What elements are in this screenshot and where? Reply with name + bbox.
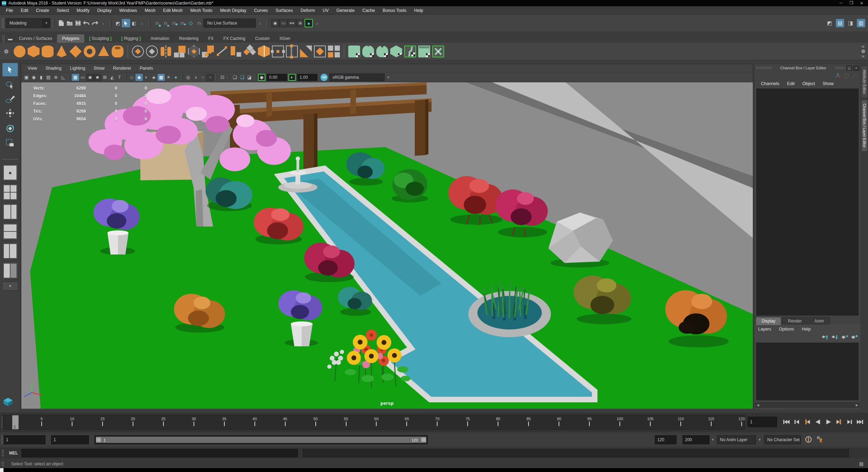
use-all-lights-icon[interactable]: ✳ [165,74,172,81]
shelf-tab[interactable]: Rendering [174,34,203,43]
bookmark-icon[interactable]: ▮ [37,74,45,81]
display-layers-toggle-icon[interactable]: ▥ [857,19,865,27]
current-time-marker[interactable]: 1 [12,415,19,429]
channel-box-menu-item[interactable]: Object [798,81,819,86]
sculpt-smooth-icon[interactable] [362,46,374,57]
range-slider-bar[interactable]: 1 120 [96,437,426,443]
channel-box-list[interactable] [756,89,859,315]
animation-prefs-icon[interactable] [816,435,824,444]
open-scene-icon[interactable] [65,19,74,27]
extrude-icon[interactable] [230,46,242,57]
wireframe-on-shaded-icon[interactable]: ◈ [150,74,158,81]
image-capture-icon[interactable]: ◪ [246,74,253,81]
time-slider[interactable]: 1 51015202530354045505560657075808590951… [3,415,745,430]
separator[interactable] [110,19,112,28]
shelf-tab[interactable]: Curves / Surfaces [14,34,57,43]
go-to-end-button[interactable] [855,418,865,426]
layout-single-pane-button[interactable]: ◆ [2,164,18,181]
scroll-right-icon[interactable]: ▶ [856,403,858,407]
camera-attributes-icon[interactable]: ◉ [30,74,37,81]
fill-hole-icon[interactable] [174,46,186,57]
range-slider[interactable]: 1 120 [94,435,428,444]
select-object-mode-icon[interactable] [122,19,130,27]
menu-item[interactable]: Curves [250,8,272,13]
layout-persp-uv-button[interactable] [2,262,18,279]
exposure-field[interactable] [267,74,287,81]
step-forward-key-button[interactable] [834,418,844,426]
smooth-cube-icon[interactable] [188,46,200,57]
gamma-on-toggle[interactable]: ON [320,74,328,81]
wireframe-icon[interactable]: ◇ [128,74,135,81]
panel-menu-item[interactable]: Lighting [66,66,90,71]
move-layer-down-icon[interactable] [831,334,838,340]
snap-curve-icon[interactable]: ∩ [161,19,170,27]
play-backwards-button[interactable] [813,418,823,426]
undo-icon[interactable] [82,19,91,27]
command-results-field[interactable] [303,449,849,457]
channel-box-menu-item[interactable]: Edit [783,81,799,86]
layer-editor-menu-item[interactable]: Options [775,327,798,332]
panel-menu-item[interactable]: Renderer [109,66,135,71]
image-plane-icon[interactable]: ▤ [45,74,52,81]
maximize-button[interactable]: ❒ [849,0,853,6]
new-scene-icon[interactable] [57,19,65,27]
select-component-mode-icon[interactable]: ◧ [130,19,138,27]
sculpt-panel-icon[interactable] [418,46,430,57]
layout-persp-graph-button[interactable] [2,223,18,240]
save-scene-icon[interactable] [74,19,82,27]
screen-space-ao-icon[interactable]: ◎ [184,74,192,81]
hyperbolic-icon[interactable] [852,73,857,78]
float-panel-icon[interactable]: ◱ [846,65,852,71]
shelf-tab[interactable]: Polygons [57,34,84,43]
poly-cone-icon[interactable] [56,46,68,57]
playback-start-field[interactable] [51,435,89,444]
delete-edge-icon[interactable] [314,46,326,57]
contrast-field[interactable] [297,74,317,81]
bridge-icon[interactable] [258,46,270,57]
manip-axis-icon[interactable] [835,72,841,79]
auto-keyframe-icon[interactable] [804,435,813,444]
panel-menu-item[interactable]: Show [90,66,109,71]
gate-mask-icon[interactable]: ■ [94,74,101,81]
shelf-tab[interactable]: Custom [250,34,274,43]
anim-layer-dropdown[interactable]: No Anim Layer [717,435,756,444]
layout-outliner-persp-button[interactable] [2,203,18,221]
shelf-tab[interactable]: XGen [274,34,295,43]
quad-draw-icon[interactable] [300,46,312,57]
snap-projected-center-icon[interactable]: ∩ [178,19,187,27]
title-bar[interactable]: Autodesk Maya 2016 - Student Version: F:… [0,0,868,6]
panel-grip[interactable] [835,67,845,69]
mel-input[interactable] [21,449,298,457]
menu-item[interactable]: Select [53,8,73,13]
shelf-menu-icon[interactable]: ▬ [6,34,14,43]
scroll-left-icon[interactable]: ◀ [757,403,759,407]
scale-tool[interactable] [2,137,18,150]
smooth-sphere-icon[interactable] [146,46,158,57]
poly-cylinder-icon[interactable] [42,46,54,57]
command-line-grip[interactable] [1,449,4,457]
shelf-gear-icon[interactable] [2,47,10,56]
help-line-grip[interactable] [1,461,4,467]
playback-end-field[interactable] [655,435,677,444]
current-time-field[interactable] [748,417,777,427]
ipr-render-icon[interactable]: IPR [288,19,296,27]
menu-item[interactable]: Deform [297,8,319,13]
character-set-dropdown-arrow-icon[interactable]: ▼ [758,438,761,442]
sidebar-vertical-tab[interactable]: Channel Box / Layer Editor [862,100,868,152]
sculpt-relax-icon[interactable] [376,46,388,57]
shelf-scrollbar[interactable]: ▲ ▼ [860,44,867,59]
sculpt-grab-icon[interactable] [404,46,416,57]
sidebar-vertical-tab[interactable]: Attribute Editor [862,66,868,98]
status-line-grip[interactable] [1,18,4,28]
layer-editor-menu-item[interactable]: Help [798,327,815,332]
menu-item[interactable]: Generate [332,8,358,13]
menu-item[interactable]: UV [319,8,332,13]
poly-sphere-icon[interactable] [14,46,26,57]
panel-menu-item[interactable]: Panels [135,66,157,71]
gamma-dropdown-arrow-icon[interactable]: ▼ [385,74,392,81]
speed-control-icon[interactable] [844,73,849,78]
move-layer-up-icon[interactable] [821,334,828,340]
resolution-gate-icon[interactable]: ◙ [86,74,94,81]
render-current-frame-icon[interactable]: ▭ [279,19,288,27]
poly-torus-icon[interactable] [84,46,96,57]
